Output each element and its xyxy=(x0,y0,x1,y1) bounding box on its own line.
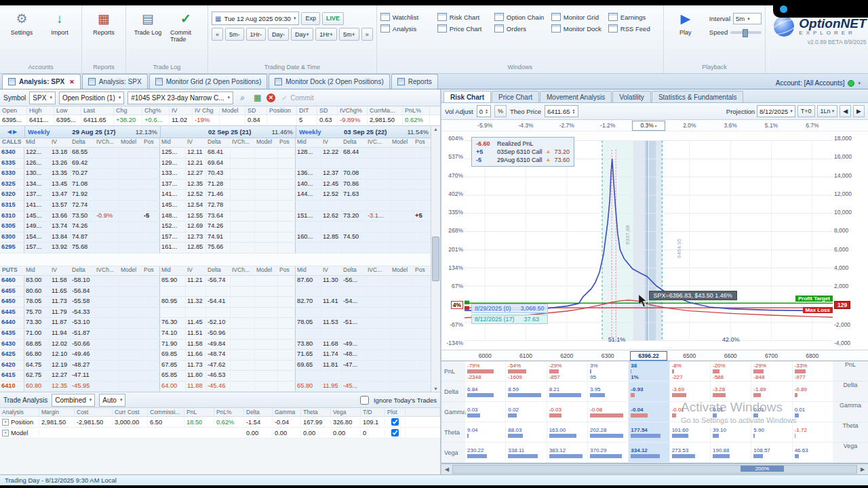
time-step-button[interactable]: Day- xyxy=(268,28,289,41)
mid-cell[interactable]: 126... xyxy=(24,159,50,169)
mid-cell[interactable]: 82.70 xyxy=(296,297,321,307)
percent-toggle-button[interactable]: % xyxy=(494,105,507,117)
option-row[interactable]: 6320 137... 13.47 71.92 141... 12.52 71.… xyxy=(0,190,431,201)
mid-cell[interactable]: 73.30 xyxy=(24,318,50,328)
expiry-header[interactable]: Weekly 29 Aug 25 (17) 12.13% xyxy=(24,126,160,138)
option-row[interactable]: 6425 66.80 12.10 -49.46 69.85 11.66 -48.… xyxy=(0,350,431,361)
strike-cell[interactable]: 6320 xyxy=(0,190,24,200)
strike-cell[interactable]: 6415 xyxy=(0,371,24,381)
option-row[interactable]: 6295 157... 13.92 75.68 161... 12.85 75.… xyxy=(0,243,431,253)
window-toggle[interactable]: Earnings xyxy=(608,13,660,21)
mid-cell[interactable]: 141... xyxy=(160,190,186,200)
mid-cell[interactable]: 69.85 xyxy=(160,350,186,360)
spinner-arrows-icon[interactable]: ▲▼ xyxy=(572,108,576,114)
mid-cell[interactable]: 74.10 xyxy=(160,329,186,339)
mid-cell[interactable]: 144... xyxy=(296,190,321,200)
exp-button[interactable]: Exp xyxy=(301,12,320,25)
strike-cell[interactable]: 6425 xyxy=(0,350,24,360)
plot-checkbox[interactable] xyxy=(391,418,399,426)
projection-prev-button[interactable]: ◀ xyxy=(840,105,851,117)
mid-cell[interactable]: 69.65 xyxy=(296,361,321,371)
lines-button[interactable]: 1Ln ▾ xyxy=(817,105,838,117)
mid-cell[interactable]: 133... xyxy=(160,169,186,179)
open-position-select[interactable]: Open Position (1) ▾ xyxy=(59,92,124,104)
mid-cell[interactable] xyxy=(296,243,321,253)
close-position-icon[interactable]: ✕ xyxy=(267,94,275,102)
risk-tab[interactable]: Risk Chart xyxy=(443,91,491,102)
projection-next-button[interactable]: ▶ xyxy=(853,105,865,117)
account-selector[interactable]: Account: [All Accounts] ▾ xyxy=(776,79,866,89)
document-tab[interactable]: Analysis: SPX ✕ xyxy=(82,74,148,89)
interval-select[interactable]: 5m ▾ xyxy=(733,13,762,24)
option-row[interactable]: 6435 71.00 11.94 -51.87 74.10 11.51 -50.… xyxy=(0,329,431,340)
mid-cell[interactable]: 160... xyxy=(296,232,321,243)
option-row[interactable]: 6325 134... 13.45 71.08 137... 12.35 71.… xyxy=(0,180,431,190)
option-row[interactable]: 6455 80.60 11.65 -56.84 xyxy=(0,287,431,298)
skip-back-button[interactable]: « xyxy=(212,28,223,41)
expand-icon[interactable]: + xyxy=(2,430,9,436)
ribbon-button[interactable]: Commit Trade xyxy=(167,7,204,45)
mid-cell[interactable] xyxy=(160,287,186,297)
mid-cell[interactable]: 71.90 xyxy=(160,340,186,350)
mid-cell[interactable]: 67.85 xyxy=(160,361,186,371)
strike-cell[interactable]: 6315 xyxy=(0,201,24,211)
mid-cell[interactable] xyxy=(296,371,321,381)
expand-icon[interactable]: + xyxy=(2,419,9,426)
trading-date-picker[interactable]: ▦ Tue 12 Aug 2025 09:30 ▾ xyxy=(212,12,299,25)
live-button[interactable]: LIVE xyxy=(322,12,344,25)
risk-tab[interactable]: Movement Analysis xyxy=(540,91,612,102)
time-step-button[interactable]: 5m+ xyxy=(339,28,359,41)
time-step-button[interactable]: Day+ xyxy=(291,28,313,41)
mid-cell[interactable]: 148... xyxy=(160,211,186,222)
zoom-track[interactable]: 200% xyxy=(452,465,857,474)
ribbon-button[interactable]: Import xyxy=(41,7,78,38)
risk-tab[interactable]: Price Chart xyxy=(492,91,539,102)
analysis-row[interactable]: + Position 2,981.50 -2,981.50 3,000.00 6… xyxy=(0,417,440,428)
mid-cell[interactable]: 130... xyxy=(24,169,50,179)
t0-button[interactable]: T+0 xyxy=(797,105,815,117)
mid-cell[interactable] xyxy=(296,201,321,211)
scroll-up-icon[interactable]: ▲ xyxy=(433,127,438,131)
document-tab[interactable]: Monitor Grid (2 Open Positions) ✕ xyxy=(149,74,268,89)
ignore-todays-trades-checkbox[interactable] xyxy=(360,396,369,405)
option-row[interactable]: 6335 126... 13.26 69.42 129... 12.21 69.… xyxy=(0,159,431,169)
mid-cell[interactable]: 60.80 xyxy=(24,382,50,392)
mid-cell[interactable]: 145... xyxy=(160,201,186,211)
expiry-header[interactable]: 02 Sep 25 (21) 11.46% xyxy=(160,126,296,138)
option-row[interactable]: 6310 145... 13.66 73.50 -0.9% -5 148... … xyxy=(0,211,431,222)
strike-cell[interactable]: 6445 xyxy=(0,308,24,318)
option-row[interactable]: 6420 64.75 12.19 -48.27 67.85 11.73 -47.… xyxy=(0,361,431,371)
strike-cell[interactable]: 6420 xyxy=(0,361,24,371)
mid-cell[interactable]: 151... xyxy=(296,211,321,222)
option-row[interactable]: 6340 122... 13.18 68.55 125... 12.11 68.… xyxy=(0,148,431,159)
scroll-left-icon[interactable]: ◀ xyxy=(443,466,451,472)
option-row[interactable]: 6440 73.30 11.87 -53.10 76.30 11.45 -52.… xyxy=(0,318,431,329)
mid-cell[interactable]: 64.75 xyxy=(24,361,50,371)
mid-cell[interactable]: 129... xyxy=(160,159,186,169)
mid-cell[interactable]: 137... xyxy=(24,190,50,200)
mid-cell[interactable]: 68.85 xyxy=(24,340,50,350)
option-row[interactable]: 6300 154... 13.84 74.87 157... 12.73 74.… xyxy=(0,232,431,243)
mid-cell[interactable] xyxy=(296,222,321,232)
scroll-right-icon[interactable]: ▶ xyxy=(859,466,867,472)
grid-icon[interactable]: ▦ xyxy=(252,92,263,104)
expiry-header[interactable]: Weekly 03 Sep 25 (22) 11.54% xyxy=(296,126,431,138)
strike-cell[interactable]: 6410 xyxy=(0,382,24,392)
strike-cell[interactable]: 6335 xyxy=(0,159,24,169)
option-row[interactable]: 6330 130... 13.35 70.27 133... 12.27 70.… xyxy=(0,169,431,180)
window-toggle[interactable]: Monitor Dock xyxy=(551,24,603,33)
mid-cell[interactable]: 157... xyxy=(24,243,50,253)
option-row[interactable]: 6315 141... 13.57 72.74 145... 12.54 72.… xyxy=(0,201,431,211)
mid-cell[interactable]: 125... xyxy=(160,148,186,158)
spinner-arrows-icon[interactable]: ▲▼ xyxy=(485,108,488,114)
zoom-thumb[interactable]: 200% xyxy=(741,466,784,472)
option-row[interactable]: 6305 149... 13.74 74.26 152... 12.69 74.… xyxy=(0,222,431,232)
mid-cell[interactable]: 122... xyxy=(24,148,50,158)
mid-cell[interactable]: 71.00 xyxy=(24,329,50,339)
option-row[interactable]: 6445 75.70 11.79 -54.33 xyxy=(0,308,431,319)
mid-cell[interactable]: 128... xyxy=(296,148,321,158)
time-step-button[interactable]: 1Hr- xyxy=(246,28,267,41)
mid-cell[interactable]: 71.65 xyxy=(296,350,321,360)
window-toggle[interactable]: Option Chain xyxy=(494,13,546,21)
mid-cell[interactable]: 140... xyxy=(296,180,321,190)
